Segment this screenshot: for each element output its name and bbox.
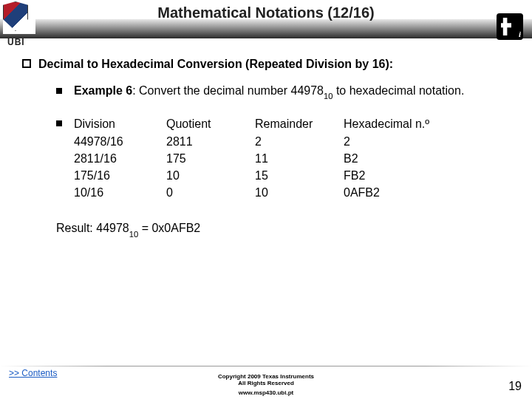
table-cell: 2811 xyxy=(166,133,255,150)
table-cell: B2 xyxy=(344,150,454,167)
page-number: 19 xyxy=(508,380,522,393)
copyright-line2: All Rights Reserved xyxy=(218,380,314,387)
table-cell: 2 xyxy=(344,133,454,150)
example-label: Example 6 xyxy=(74,84,132,97)
copyright-line1: Copyright 2009 Texas Instruments xyxy=(218,373,314,381)
col-header-hex: Hexadecimal n.º xyxy=(344,115,454,132)
table-cell: 0 xyxy=(166,184,255,201)
footer-divider xyxy=(0,366,532,366)
table-cell: 175/16 xyxy=(74,167,166,184)
shield-icon xyxy=(3,1,28,31)
result-number: 44978 xyxy=(96,222,129,234)
example-base: 10 xyxy=(324,92,332,100)
table-cell: FB2 xyxy=(344,167,454,184)
slide-body: Decimal to Hexadecimal Conversion (Repea… xyxy=(0,46,532,399)
example-text: Example 6: Convert the decimal number 44… xyxy=(74,83,464,101)
result-hex: 0x0AFB2 xyxy=(151,222,200,234)
bullet-level2-table: Division Quotient Remainder Hexadecimal … xyxy=(56,115,510,201)
ti-chip-icon: i xyxy=(497,13,523,40)
table-cell: 10/16 xyxy=(74,184,166,201)
table-cell: 175 xyxy=(166,150,255,167)
table-cell: 44978/16 xyxy=(74,133,166,150)
slide-header: Mathematical Notations (12/16) UBI i xyxy=(0,0,532,46)
section-heading: Decimal to Hexadecimal Conversion (Repea… xyxy=(38,56,393,72)
ubi-label: UBI xyxy=(7,37,25,47)
header-gradient-bar xyxy=(0,19,532,38)
table-cell: 2811/16 xyxy=(74,150,166,167)
table-cell: 11 xyxy=(255,150,344,167)
col-header-quotient: Quotient xyxy=(166,115,255,132)
slide-footer: >> Contents Copyright 2009 Texas Instrum… xyxy=(0,364,532,399)
example-number: 44978 xyxy=(290,84,324,97)
ti-logo: i xyxy=(497,13,528,44)
table-cell: 10 xyxy=(166,167,255,184)
result-equals: = xyxy=(142,222,152,234)
bullet-level1: Decimal to Hexadecimal Conversion (Repea… xyxy=(22,56,510,72)
slide-title: Mathematical Notations (12/16) xyxy=(0,4,532,21)
table-cell: 15 xyxy=(255,167,344,184)
table-cell: 10 xyxy=(255,184,344,201)
table-cell: 0AFB2 xyxy=(344,184,454,201)
ubi-logo xyxy=(3,1,35,34)
col-header-division: Division xyxy=(74,115,166,132)
bullet-level2-example: Example 6: Convert the decimal number 44… xyxy=(56,83,510,101)
square-bullet-icon xyxy=(22,59,31,68)
copyright-text: Copyright 2009 Texas Instruments All Rig… xyxy=(218,373,314,387)
footer-url: www.msp430.ubi.pt xyxy=(239,389,293,396)
table-cell: 2 xyxy=(255,133,344,150)
contents-link[interactable]: >> Contents xyxy=(9,368,57,378)
col-header-remainder: Remainder xyxy=(255,115,344,132)
small-square-bullet-icon xyxy=(56,120,62,126)
example-suffix: to hexadecimal notation. xyxy=(336,84,464,97)
result-base: 10 xyxy=(129,230,138,239)
small-square-bullet-icon xyxy=(56,88,62,94)
result-label: Result: xyxy=(56,222,96,234)
conversion-table: Division Quotient Remainder Hexadecimal … xyxy=(74,115,454,201)
result-line: Result: 4497810 = 0x0AFB2 xyxy=(56,222,510,236)
example-prefix: Convert the decimal number xyxy=(139,84,287,97)
